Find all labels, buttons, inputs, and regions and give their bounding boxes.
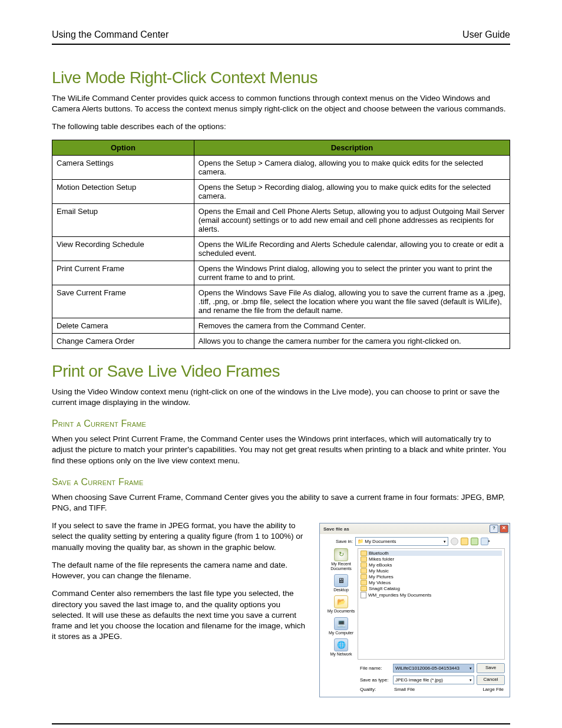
file-list[interactable]: Bluetooth Mikes folder My eBooks My Musi… (358, 548, 505, 660)
table-row: Email SetupOpens the Email and Cell Phon… (52, 203, 510, 236)
place-mycomp[interactable]: My Computer (325, 617, 358, 635)
table-row: Camera SettingsOpens the Setup > Camera … (52, 155, 510, 179)
section1-intro: The WiLife Command Center provides quick… (52, 93, 510, 114)
save-as-type-label: Save as type: (360, 677, 391, 683)
table-row: Change Camera OrderAllows you to change … (52, 333, 510, 348)
dialog-title: Save file as (323, 526, 349, 532)
save-p1: When choosing Save Current Frame, Comman… (52, 492, 510, 513)
up-folder-icon[interactable] (461, 538, 468, 545)
section-title-print-save: Print or Save Live Video Frames (52, 362, 510, 381)
place-desktop[interactable]: Desktop (325, 574, 358, 592)
table-row: Delete CameraRemoves the camera from the… (52, 318, 510, 333)
options-table: Option Description Camera SettingsOpens … (52, 140, 510, 349)
large-file-label: Large File (482, 687, 504, 692)
subhead-print: Print a Current Frame (52, 419, 510, 429)
back-icon[interactable] (451, 538, 458, 545)
place-recent[interactable]: My Recent Documents (325, 548, 358, 571)
save-as-type-field[interactable]: JPEG image file (*.jpg)▾ (393, 676, 474, 684)
close-icon[interactable]: ✕ (500, 525, 508, 533)
place-mydocs[interactable]: My Documents (325, 595, 358, 613)
save-button[interactable]: Save (477, 663, 505, 673)
save-in-combo[interactable]: 📁 My Documents▾ (355, 537, 448, 546)
view-menu-icon[interactable] (481, 538, 488, 545)
section-title-live-mode: Live Mode Right-Click Context Menus (52, 68, 510, 87)
new-folder-icon[interactable] (471, 538, 478, 545)
table-row: Motion Detection SetupOpens the Setup > … (52, 179, 510, 203)
table-row: Print Current FrameOpens the Windows Pri… (52, 261, 510, 285)
header-right: User Guide (462, 29, 510, 40)
cancel-button[interactable]: Cancel (477, 675, 505, 685)
file-name-label: File name: (360, 666, 391, 671)
quality-label: Quality: (360, 687, 391, 692)
place-mynet[interactable]: My Network (325, 638, 358, 656)
small-file-label: Small File (394, 687, 415, 692)
th-description: Description (194, 140, 510, 155)
header-left: Using the Command Center (52, 29, 168, 40)
save-dialog-screenshot: Save file as ? ✕ Save in: 📁 My Documents… (319, 523, 510, 697)
subhead-save: Save a Current Frame (52, 477, 510, 487)
table-row: View Recording ScheduleOpens the WiLife … (52, 236, 510, 261)
section2-intro: Using the Video Window context menu (rig… (52, 387, 510, 408)
page-header: Using the Command Center User Guide (52, 29, 510, 45)
file-name-field[interactable]: WiLifeC1012006-05-04153443▾ (393, 664, 474, 673)
print-body: When you select Print Current Frame, the… (52, 434, 510, 466)
section1-lead: The following table describes each of th… (52, 121, 510, 132)
help-icon[interactable]: ? (490, 525, 498, 533)
table-row: Save Current FrameOpens the Windows Save… (52, 285, 510, 318)
th-option: Option (52, 140, 194, 155)
save-in-label: Save in: (325, 539, 353, 544)
